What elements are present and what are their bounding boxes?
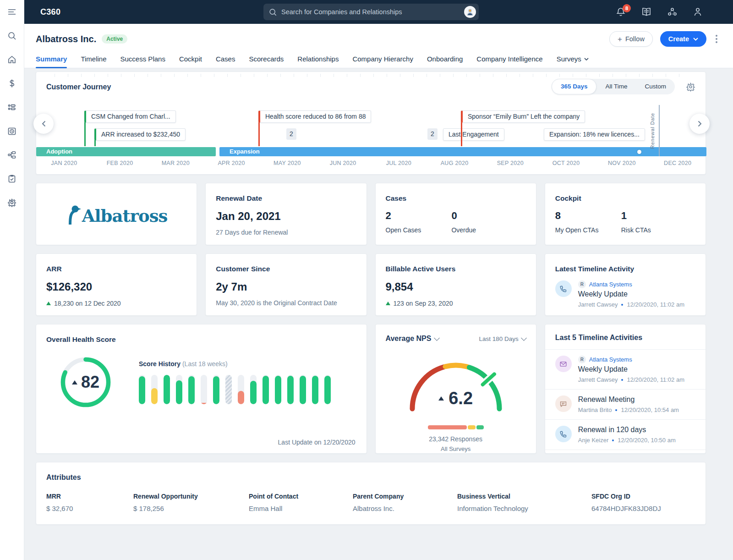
chat-icon (555, 395, 572, 412)
create-button[interactable]: Create (660, 31, 706, 47)
score-history-bar (188, 375, 195, 404)
journey-event-count-badge[interactable]: 2 (427, 128, 438, 140)
attribute-point-of-contact: Point of ContactEmma Hall (249, 493, 353, 512)
tab-success-plans[interactable]: Success Plans (120, 55, 165, 68)
score-history-bar (213, 375, 219, 404)
health-last-update: Last Update on 12/20/2020 (278, 439, 356, 446)
nps-title-dropdown[interactable]: Average NPS (386, 335, 439, 343)
plus-icon: + (618, 35, 622, 43)
journey-week-ticks (55, 74, 687, 77)
company-logo-card: Albatross (36, 183, 197, 245)
score-history-bar (324, 375, 331, 404)
tab-company-hierarchy[interactable]: Company Hierarchy (352, 55, 413, 68)
score-history-bar (250, 375, 257, 404)
customer-journey-card: Customer Journey 365 Days All Time Custo… (36, 71, 706, 175)
journey-month-label: SEP 2020 (482, 160, 538, 166)
tab-surveys[interactable]: Surveys (557, 55, 589, 68)
phone-icon (555, 280, 572, 297)
journey-event-count-badge[interactable]: 2 (286, 128, 296, 140)
global-search-input[interactable]: Search for Companies and Relationships (263, 4, 479, 20)
journey-event-flag[interactable]: Last Engagement (443, 128, 504, 141)
range-365-days[interactable]: 365 Days (552, 79, 597, 94)
activity-list-item[interactable]: Renewal Meeting Martina Brito12/20/2020,… (545, 390, 706, 420)
search-avatar[interactable] (464, 6, 476, 18)
journey-event-flag[interactable]: Expansion: 18% new licences... (544, 128, 645, 141)
settings-gear-icon[interactable] (0, 191, 24, 214)
journey-event-flag[interactable]: ARR increased to $232,450 (94, 128, 186, 141)
journey-event-dot[interactable] (637, 150, 641, 154)
activity-title[interactable]: Renewal in 120 days (578, 426, 676, 434)
activity-title[interactable]: Weekly Update (578, 290, 684, 298)
phone-icon (555, 426, 572, 442)
activity-list-item[interactable]: R Atlanta Systems Weekly Update Jarrett … (545, 350, 706, 390)
company-logo: Albatross (66, 203, 168, 225)
journey-month-label: DEC 2020 (650, 160, 706, 166)
hierarchy-icon[interactable] (0, 143, 24, 167)
nps-range-dropdown[interactable]: Last 180 Days (479, 335, 525, 342)
tab-scorecards[interactable]: Scorecards (249, 55, 284, 68)
chevron-down-icon (521, 335, 527, 341)
search-icon (269, 8, 277, 16)
journey-phase-band[interactable]: Expansion (219, 147, 706, 156)
journey-event-flag[interactable]: Sponsor “Emily Burn” Left the company (461, 110, 585, 123)
journey-event-flag[interactable]: CSM Changed from Charl... (84, 110, 176, 123)
nps-responses: 23,342 Responses (386, 435, 526, 443)
attribute-renewal-opportunity: Renewal Opportunity$ 178,256 (133, 493, 249, 512)
schedule-icon[interactable] (0, 119, 24, 143)
score-history-bar (225, 375, 232, 404)
journey-event-flag[interactable]: Health score reduced to 86 from 88 (258, 110, 371, 123)
journey-month-label: MAR 2020 (148, 160, 204, 166)
more-options-kebab-icon[interactable] (714, 33, 719, 45)
customer-since-value: 2y 7m (216, 280, 356, 293)
tab-onboarding[interactable]: Onboarding (427, 55, 463, 68)
renewal-date-label: Renewal Date (649, 105, 656, 156)
account-link[interactable]: Atlanta Systems (589, 356, 632, 363)
journey-phase-band[interactable]: Adoption (36, 147, 216, 156)
tab-company-intelligence[interactable]: Company Intelligence (476, 55, 542, 68)
account-link[interactable]: Atlanta Systems (589, 281, 632, 288)
relationship-badge: R (578, 356, 586, 363)
user-profile-icon[interactable] (693, 7, 703, 17)
nps-scope: All Surveys (386, 445, 526, 452)
notifications-bell-icon[interactable]: 8 (616, 7, 626, 17)
nps-gauge: 6.2 (396, 349, 515, 418)
score-history-bar (139, 375, 145, 404)
hamburger-menu-icon[interactable] (0, 0, 24, 24)
follow-button[interactable]: + Follow (609, 31, 653, 47)
segments-icon[interactable] (0, 95, 24, 119)
range-all-time[interactable]: All Time (596, 79, 636, 94)
journey-prev-arrow[interactable] (33, 114, 54, 134)
app-title: C360 (40, 7, 60, 17)
tab-summary[interactable]: Summary (36, 55, 67, 68)
email-icon (555, 356, 572, 372)
relationships-network-icon[interactable] (667, 7, 678, 17)
renewal-date-card: Renewal Date Jan 20, 2021 27 Days due fo… (205, 183, 366, 245)
score-history-bar (176, 375, 182, 404)
cases-card: Cases 2 Open Cases 0 Overdue (375, 183, 536, 245)
activity-list-item[interactable]: Renewal in 120 days Anje Keizer12/20/202… (545, 420, 706, 450)
home-icon[interactable] (0, 48, 24, 71)
tab-timeline[interactable]: Timeline (81, 55, 106, 68)
page-header: Albatross Inc. Active + Follow Create Su… (24, 24, 733, 68)
renewal-date-line (659, 105, 660, 156)
attributes-card: Attributes MRR$ 32,670 Renewal Opportuni… (36, 462, 706, 525)
latest-activity-card: Latest Timeline Activity R Atlanta Syste… (545, 253, 706, 316)
journey-settings-gear-icon[interactable] (686, 82, 695, 92)
journey-next-arrow[interactable] (689, 114, 710, 134)
activity-title[interactable]: Renewal Meeting (578, 395, 679, 404)
tab-cockpit[interactable]: Cockpit (179, 55, 202, 68)
range-custom[interactable]: Custom (636, 79, 675, 94)
tab-relationships[interactable]: Relationships (297, 55, 339, 68)
attribute-mrr: MRR$ 32,670 (46, 493, 133, 512)
timeline-activities-card: Last 5 Timeline Activities R Atlanta Sys… (545, 324, 706, 454)
revenue-icon[interactable] (0, 71, 24, 95)
tasks-icon[interactable] (0, 167, 24, 191)
cockpit-card: Cockpit 8 My Open CTAs 1 Risk CTAs (545, 183, 706, 245)
trend-up-icon (72, 380, 77, 384)
tab-cases[interactable]: Cases (216, 55, 235, 68)
score-history-bar (201, 375, 207, 404)
search-icon[interactable] (0, 24, 24, 48)
knowledge-book-icon[interactable] (641, 7, 652, 17)
activity-title[interactable]: Weekly Update (578, 365, 684, 373)
nps-distribution-segment (476, 425, 483, 429)
